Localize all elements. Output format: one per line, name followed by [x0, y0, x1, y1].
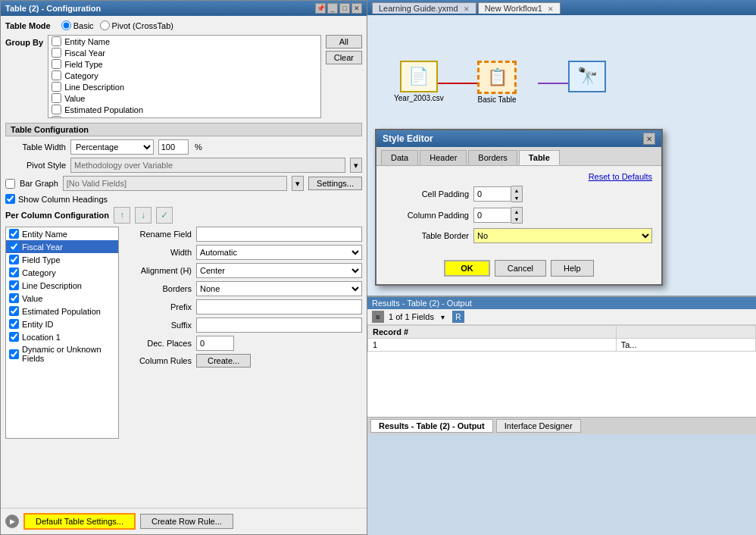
csv-node[interactable]: 📄 Year_2003.csv: [394, 61, 444, 102]
minimize-button[interactable]: _: [327, 3, 338, 14]
column-padding-up-button[interactable]: ▲: [511, 208, 522, 215]
tab-borders[interactable]: Borders: [468, 150, 517, 165]
fields-dropdown-arrow[interactable]: ▾: [439, 312, 448, 321]
panel-content: Table Mode Basic Pivot (CrossTab) Group …: [1, 16, 367, 508]
borders-label: Borders: [123, 284, 192, 293]
close-learning-guide-icon[interactable]: ✕: [464, 5, 470, 13]
column-padding-spinner-buttons: ▲ ▼: [511, 207, 523, 224]
pivot-style-label: Pivot Style: [5, 161, 66, 170]
browse-node-icon: 🔭: [568, 61, 606, 92]
tab-results-output[interactable]: Results - Table (2) - Output: [370, 419, 493, 433]
move-down-button[interactable]: ↓: [135, 207, 152, 224]
all-button[interactable]: All: [326, 35, 362, 48]
width-select[interactable]: Automatic Fixed: [196, 245, 362, 260]
show-col-headings-checkbox[interactable]: [5, 194, 15, 204]
settings-button[interactable]: Settings...: [308, 177, 362, 190]
dec-places-input[interactable]: [196, 336, 234, 351]
move-up-button[interactable]: ↑: [114, 207, 130, 224]
list-item[interactable]: Entity ID: [48, 115, 320, 118]
maximize-button[interactable]: □: [339, 3, 350, 14]
dialog-close-button[interactable]: ✕: [643, 133, 655, 145]
table-mode-row: Table Mode Basic Pivot (CrossTab): [5, 20, 362, 30]
per-col-field-list[interactable]: Entity Name Fiscal Year Field Type Categ…: [5, 227, 119, 439]
right-panel: Learning Guide.yxmd ✕ New Workflow1 ✕ 📄 …: [367, 0, 756, 535]
col-field-item[interactable]: Estimated Population: [6, 305, 118, 318]
pivot-dropdown-arrow[interactable]: ▾: [350, 158, 362, 173]
cancel-button[interactable]: Cancel: [495, 260, 546, 277]
create-row-rule-button[interactable]: Create Row Rule...: [140, 514, 233, 529]
table-width-input[interactable]: [158, 139, 189, 155]
per-col-body: Entity Name Fiscal Year Field Type Categ…: [5, 227, 362, 439]
tab-data[interactable]: Data: [381, 150, 418, 165]
prefix-input[interactable]: [196, 299, 362, 314]
column-padding-spinner: ▲ ▼: [473, 207, 523, 224]
bar-graph-checkbox[interactable]: [5, 179, 15, 189]
cell-padding-up-button[interactable]: ▲: [511, 186, 522, 194]
column-padding-down-button[interactable]: ▼: [511, 215, 522, 223]
col-field-item[interactable]: Category: [6, 266, 118, 279]
table-row[interactable]: 1 Ta...: [368, 339, 756, 352]
table-node-icon: 📋: [477, 61, 517, 94]
list-item[interactable]: Estimated Population: [48, 104, 320, 115]
clear-button[interactable]: Clear: [326, 51, 362, 64]
col-field-item[interactable]: Field Type: [6, 253, 118, 266]
alignment-select[interactable]: Center Left Right: [196, 263, 362, 278]
list-item[interactable]: Value: [48, 92, 320, 104]
dec-places-spinner: [196, 336, 234, 351]
bar-graph-dropdown-arrow[interactable]: ▾: [292, 176, 304, 191]
check-button[interactable]: ✓: [156, 207, 173, 224]
data-cell: Ta...: [616, 339, 755, 352]
per-col-header: Per Column Configuration ↑ ↓ ✓: [5, 207, 362, 224]
list-item[interactable]: Field Type: [48, 58, 320, 70]
close-button[interactable]: ✕: [351, 3, 362, 14]
rename-field-label: Rename Field: [123, 230, 192, 239]
cell-padding-down-button[interactable]: ▼: [511, 194, 522, 202]
tab-interface-designer[interactable]: Interface Designer: [496, 419, 581, 433]
help-button[interactable]: Help: [551, 260, 594, 277]
suffix-input[interactable]: [196, 318, 362, 333]
list-item[interactable]: Line Description: [48, 81, 320, 92]
cell-padding-input[interactable]: [473, 186, 511, 202]
reset-defaults-link[interactable]: Reset to Defaults: [386, 172, 652, 181]
fields-count: 1 of 1 Fields: [389, 312, 434, 321]
col-field-item[interactable]: Location 1: [6, 330, 118, 343]
tab-table[interactable]: Table: [519, 150, 560, 165]
table-icon: ≡: [372, 311, 384, 323]
dialog-title-bar: Style Editor ✕: [376, 130, 661, 147]
style-editor-dialog: Style Editor ✕ Data Header Borders Table…: [375, 129, 663, 286]
col-field-item-selected[interactable]: Fiscal Year: [6, 240, 118, 253]
column-padding-input[interactable]: [473, 208, 511, 223]
results-table-container[interactable]: Record # 1 Ta...: [367, 325, 756, 417]
table-width-select[interactable]: Percentage Fixed: [70, 139, 154, 155]
record-col-header: Record #: [368, 326, 617, 339]
table-node[interactable]: 📋 Basic Table: [477, 61, 517, 104]
cell-padding-spinner: ▲ ▼: [473, 186, 523, 202]
results-tabs-bar: Results - Table (2) - Output Interface D…: [367, 417, 756, 434]
left-config-panel: Table (2) - Configuration 📌 _ □ ✕ Table …: [0, 0, 367, 535]
col-field-item[interactable]: Dynamic or Unknown Fields: [6, 343, 118, 364]
group-by-field-list[interactable]: Entity Name Fiscal Year Field Type Categ…: [48, 35, 321, 118]
browse-node[interactable]: 🔭: [568, 61, 606, 94]
list-item[interactable]: Entity Name: [48, 36, 320, 47]
table-border-select[interactable]: No Yes: [473, 228, 652, 243]
list-item[interactable]: Category: [48, 70, 320, 81]
list-item[interactable]: Fiscal Year: [48, 47, 320, 58]
radio-basic[interactable]: Basic: [61, 20, 94, 30]
ok-button[interactable]: OK: [444, 260, 490, 277]
table-width-row: Table Width Percentage Fixed %: [5, 139, 362, 155]
radio-pivot[interactable]: Pivot (CrossTab): [100, 20, 173, 30]
borders-select[interactable]: None All: [196, 281, 362, 296]
col-field-item[interactable]: Entity ID: [6, 318, 118, 330]
tab-new-workflow[interactable]: New Workflow1 ✕: [478, 2, 561, 14]
tab-header[interactable]: Header: [420, 150, 467, 165]
default-settings-button[interactable]: Default Table Settings...: [23, 513, 136, 530]
create-rule-button[interactable]: Create...: [196, 354, 251, 368]
rename-field-input[interactable]: [196, 227, 362, 242]
col-field-item[interactable]: Entity Name: [6, 227, 118, 240]
pin-button[interactable]: 📌: [315, 3, 326, 14]
column-padding-row: Column Padding ▲ ▼: [386, 207, 652, 224]
col-field-item[interactable]: Value: [6, 292, 118, 305]
close-new-workflow-icon[interactable]: ✕: [548, 5, 554, 13]
tab-learning-guide[interactable]: Learning Guide.yxmd ✕: [372, 2, 476, 14]
col-field-item[interactable]: Line Description: [6, 279, 118, 292]
